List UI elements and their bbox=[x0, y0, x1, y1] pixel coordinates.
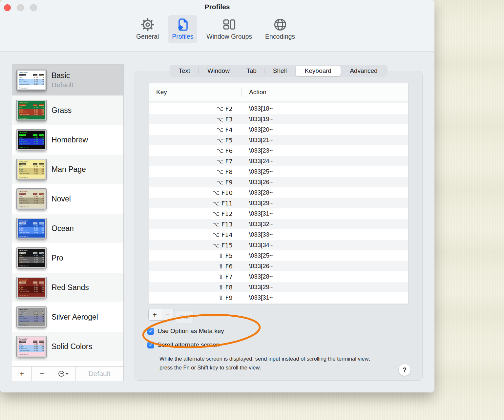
row-action: \033[23~ bbox=[241, 147, 273, 154]
toolbar-item-window-groups[interactable]: Window Groups bbox=[202, 15, 256, 43]
table-row[interactable]: ⌥ F9 \033[26~ bbox=[149, 177, 408, 187]
table-row[interactable]: ⌥ F10 \033[28~ bbox=[149, 187, 408, 198]
window-title: Profiles bbox=[0, 3, 434, 11]
tab-keyboard[interactable]: Keyboard bbox=[296, 66, 341, 76]
checkbox-label: Use Option as Meta key bbox=[158, 327, 224, 335]
sidebar-profile-row-basic[interactable]: Terminal#COMMAND%CPURPRVTtop4.1%231KXcod… bbox=[12, 65, 123, 95]
key-mappings-table: Key Action ⌥ F2 \033[18~ ⌥ F3 \033[19~ ⌥… bbox=[149, 83, 409, 304]
sidebar-profile-row-solid-colors[interactable]: Terminal#COMMAND%CPURPRVTtop4.1%231KXcod… bbox=[12, 332, 123, 361]
profile-thumbnail: Terminal#COMMAND%CPURPRVTtop4.1%231KXcod… bbox=[16, 129, 47, 150]
sidebar-profile-row-ocean[interactable]: Terminal#COMMAND%CPURPRVTtop4.1%231KXcod… bbox=[12, 214, 123, 243]
scroll-alternate-screen-checkbox[interactable] bbox=[147, 342, 154, 348]
tab-window[interactable]: Window bbox=[198, 66, 239, 76]
profile-thumbnail: Terminal#COMMAND%CPURPRVTtop4.1%231KXcod… bbox=[16, 218, 47, 239]
profile-name: Homebrew bbox=[52, 136, 88, 144]
profile-name: Man Page bbox=[52, 165, 86, 174]
row-key: ⌥ F3 bbox=[149, 116, 241, 123]
profile-name: Grass bbox=[52, 106, 72, 115]
row-key: ⌥ F7 bbox=[149, 158, 241, 165]
toolbar-label: Profiles bbox=[172, 33, 193, 40]
table-row[interactable]: ⌥ F11 \033[29~ bbox=[149, 198, 408, 208]
profile-thumbnail: Terminal#COMMAND%CPURPRVTtop4.1%231KXcod… bbox=[16, 306, 47, 327]
profile-name: Silver Aerogel bbox=[52, 313, 98, 322]
row-action: \033[26~ bbox=[241, 178, 273, 186]
table-row[interactable]: ⌥ F2 \033[18~ bbox=[149, 103, 408, 114]
add-mapping-button[interactable]: + bbox=[148, 309, 161, 321]
table-row[interactable]: ⇧ F5 \033[25~ bbox=[149, 250, 408, 261]
more-options-button[interactable] bbox=[52, 367, 75, 381]
row-action: \033[28~ bbox=[241, 273, 273, 280]
table-row[interactable]: ⌥ F12 \033[31~ bbox=[149, 208, 408, 219]
use-option-as-meta-checkbox[interactable] bbox=[147, 328, 154, 335]
profile-name: Solid Colors bbox=[52, 342, 92, 351]
table-row[interactable]: ⌥ F8 \033[25~ bbox=[149, 166, 408, 177]
help-button[interactable]: ? bbox=[398, 364, 411, 376]
profile-list: Terminal#COMMAND%CPURPRVTtop4.1%231KXcod… bbox=[12, 65, 123, 367]
titlebar: Profiles General bbox=[0, 0, 434, 52]
table-row[interactable]: ⇧ F6 \033[26~ bbox=[149, 261, 408, 271]
toolbar-item-encodings[interactable]: Encodings bbox=[261, 15, 299, 43]
row-key: ⌥ F10 bbox=[149, 189, 241, 196]
row-key: ⌥ F5 bbox=[149, 137, 241, 144]
checkbox-label: Scroll alternate screen bbox=[158, 341, 220, 348]
sidebar-footer: + − Default bbox=[12, 366, 123, 381]
row-key: ⇧ F8 bbox=[149, 284, 241, 291]
row-key: ⇧ F6 bbox=[149, 263, 241, 270]
table-row[interactable]: ⌥ F15 \033[34~ bbox=[149, 240, 408, 250]
profiles-doc-icon bbox=[175, 17, 190, 32]
row-action: \033[29~ bbox=[241, 284, 273, 291]
row-action: \033[25~ bbox=[241, 168, 273, 175]
toolbar-item-profiles[interactable]: Profiles bbox=[168, 15, 197, 43]
toolbar-label: Window Groups bbox=[206, 33, 252, 40]
option-meta-key-row: Use Option as Meta key bbox=[147, 327, 224, 335]
table-row[interactable]: ⌥ F7 \033[24~ bbox=[149, 156, 408, 166]
set-default-button[interactable]: Default bbox=[75, 367, 123, 381]
column-header-action[interactable]: Action bbox=[241, 89, 266, 96]
row-key: ⌥ F8 bbox=[149, 168, 241, 175]
window-groups-icon bbox=[222, 17, 237, 32]
row-action: \033[34~ bbox=[241, 242, 273, 249]
remove-profile-button[interactable]: − bbox=[32, 367, 52, 381]
table-row[interactable]: ⌥ F6 \033[23~ bbox=[149, 145, 408, 156]
row-key: ⌥ F11 bbox=[149, 200, 241, 207]
remove-mapping-button[interactable]: − bbox=[161, 309, 174, 321]
table-row[interactable]: ⌥ F14 \033[33~ bbox=[149, 229, 408, 240]
sidebar-profile-row-red-sands[interactable]: Terminal#COMMAND%CPURPRVTtop4.1%231KXcod… bbox=[12, 273, 123, 302]
table-row[interactable]: ⌥ F13 \033[32~ bbox=[149, 219, 408, 229]
row-key: ⌥ F9 bbox=[149, 179, 241, 186]
sidebar-profile-row-pro[interactable]: Terminal#COMMAND%CPURPRVTtop4.1%231KXcod… bbox=[12, 243, 123, 273]
sidebar-profile-row-novel[interactable]: Terminal#COMMAND%CPURPRVTtop4.1%231KXcod… bbox=[12, 184, 123, 214]
scroll-alternate-screen-row: Scroll alternate screen bbox=[147, 341, 220, 348]
table-row[interactable]: ⇧ F9 \033[31~ bbox=[149, 292, 408, 303]
row-action: \033[24~ bbox=[241, 158, 273, 165]
column-header-key[interactable]: Key bbox=[149, 89, 241, 96]
toolbar: General Profiles bbox=[0, 15, 431, 43]
table-row[interactable]: ⇧ F8 \033[29~ bbox=[149, 282, 408, 292]
sidebar-profile-row-homebrew[interactable]: Terminal#COMMAND%CPURPRVTtop4.1%231KXcod… bbox=[12, 125, 123, 155]
table-row[interactable]: ⌥ F4 \033[20~ bbox=[149, 124, 408, 135]
alternate-screen-help-text: While the alternate screen is displayed,… bbox=[159, 354, 383, 372]
sidebar-profile-row-grass[interactable]: Terminal#COMMAND%CPURPRVTtop4.1%231KXcod… bbox=[12, 95, 123, 125]
toolbar-item-general[interactable]: General bbox=[132, 15, 163, 43]
sidebar-profile-row-silver-aerogel[interactable]: Terminal#COMMAND%CPURPRVTtop4.1%231KXcod… bbox=[12, 302, 123, 332]
tab-advanced[interactable]: Advanced bbox=[341, 66, 387, 76]
tab-tab[interactable]: Tab bbox=[239, 66, 264, 76]
row-key: ⇧ F5 bbox=[149, 252, 241, 259]
row-action: \033[18~ bbox=[241, 105, 273, 112]
edit-mapping-button[interactable]: Edit bbox=[176, 311, 194, 323]
tab-shell[interactable]: Shell bbox=[264, 66, 295, 76]
profile-thumbnail: Terminal#COMMAND%CPURPRVTtop4.1%231KXcod… bbox=[16, 159, 47, 180]
add-profile-button[interactable]: + bbox=[12, 367, 32, 381]
table-row[interactable]: ⇧ F7 \033[28~ bbox=[149, 271, 408, 282]
row-action: \033[28~ bbox=[241, 189, 273, 196]
table-row[interactable]: ⌥ F5 \033[21~ bbox=[149, 135, 408, 145]
profile-subtitle: Default bbox=[52, 81, 74, 89]
profile-thumbnail: Terminal#COMMAND%CPURPRVTtop4.1%231KXcod… bbox=[16, 247, 47, 268]
row-action: \033[31~ bbox=[241, 210, 273, 217]
sidebar-profile-row-man-page[interactable]: Terminal#COMMAND%CPURPRVTtop4.1%231KXcod… bbox=[12, 155, 123, 184]
row-key: ⇧ F9 bbox=[149, 294, 241, 301]
row-action: \033[32~ bbox=[241, 220, 273, 228]
table-row[interactable]: ⌥ F3 \033[19~ bbox=[149, 114, 408, 124]
tab-text[interactable]: Text bbox=[170, 66, 198, 76]
row-key: ⌥ F15 bbox=[149, 242, 241, 249]
